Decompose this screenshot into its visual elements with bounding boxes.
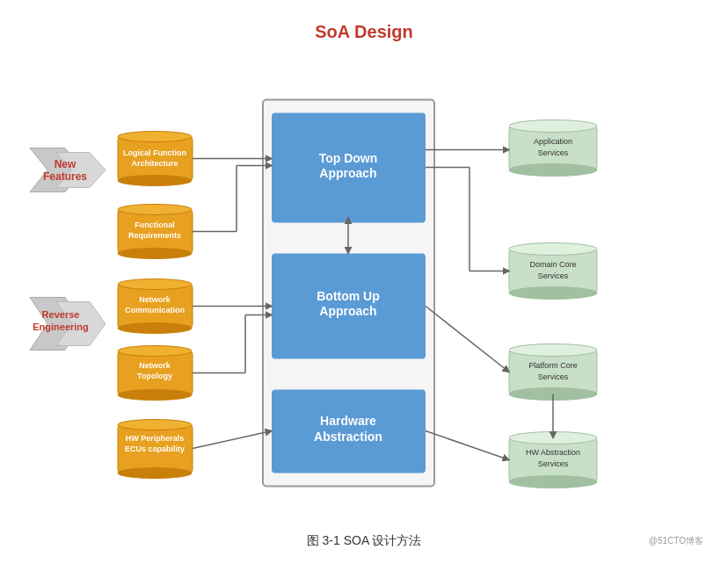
svg-text:Platform Core: Platform Core — [528, 361, 578, 370]
svg-point-45 — [509, 164, 597, 177]
svg-text:Approach: Approach — [319, 304, 376, 318]
svg-point-15 — [118, 279, 192, 290]
svg-text:Hardware: Hardware — [320, 414, 376, 428]
svg-text:Logical Function: Logical Function — [123, 148, 186, 157]
svg-line-71 — [193, 431, 272, 449]
svg-text:Approach: Approach — [319, 166, 376, 180]
svg-text:New: New — [55, 158, 76, 170]
svg-point-60 — [509, 476, 597, 488]
svg-line-77 — [426, 307, 509, 372]
svg-text:Engineering: Engineering — [33, 322, 89, 332]
svg-text:HW Abstraction: HW Abstraction — [526, 448, 580, 457]
connectors-svg: Logical Function Architecture Functional… — [21, 51, 707, 526]
svg-text:Domain Core: Domain Core — [529, 260, 576, 269]
svg-text:Requirements: Requirements — [128, 231, 181, 240]
svg-point-44 — [509, 120, 597, 133]
svg-rect-4 — [118, 137, 193, 181]
svg-rect-40 — [272, 390, 426, 473]
svg-point-10 — [118, 205, 192, 215]
svg-text:Services: Services — [538, 271, 569, 280]
svg-text:ECUs capability: ECUs capability — [125, 445, 185, 453]
svg-point-50 — [509, 287, 597, 300]
main-area: Logical Function Architecture Functional… — [21, 51, 707, 526]
svg-text:Architecture: Architecture — [131, 159, 178, 168]
svg-text:Topology: Topology — [137, 372, 172, 380]
svg-text:Services: Services — [538, 372, 569, 381]
svg-point-49 — [509, 243, 597, 256]
svg-rect-58 — [509, 438, 597, 482]
svg-rect-53 — [509, 351, 597, 394]
svg-point-11 — [118, 249, 192, 259]
svg-line-78 — [426, 431, 509, 460]
svg-text:Top Down: Top Down — [319, 151, 378, 165]
svg-rect-14 — [118, 285, 193, 329]
svg-rect-48 — [509, 249, 597, 293]
svg-rect-43 — [509, 126, 597, 170]
svg-text:Abstraction: Abstraction — [314, 430, 382, 444]
svg-text:Functional: Functional — [135, 220, 175, 229]
svg-rect-24 — [118, 425, 193, 473]
svg-text:Communication: Communication — [125, 306, 185, 314]
svg-point-26 — [118, 468, 192, 479]
svg-point-21 — [118, 390, 192, 401]
svg-text:Reverse: Reverse — [42, 309, 80, 320]
svg-marker-3 — [56, 302, 106, 346]
svg-point-6 — [118, 176, 192, 186]
svg-point-25 — [118, 420, 192, 430]
svg-point-59 — [509, 432, 597, 445]
diagram-container: SoA Design Logical Function Architecture… — [21, 22, 707, 549]
svg-point-16 — [118, 323, 192, 334]
svg-text:Bottom Up: Bottom Up — [317, 289, 380, 303]
svg-text:Services: Services — [538, 148, 569, 157]
svg-rect-37 — [272, 254, 426, 359]
caption: 图 3-1 SOA 设计方法 — [307, 533, 422, 549]
watermark: @51CTO博客 — [649, 535, 703, 547]
svg-marker-0 — [30, 148, 83, 192]
svg-text:Services: Services — [538, 459, 569, 468]
svg-text:Network: Network — [139, 361, 171, 370]
svg-point-54 — [509, 344, 597, 357]
svg-marker-2 — [30, 298, 83, 351]
svg-point-5 — [118, 132, 192, 142]
svg-rect-33 — [263, 100, 434, 487]
svg-point-20 — [118, 346, 192, 357]
svg-rect-19 — [118, 351, 193, 395]
svg-rect-34 — [272, 113, 426, 223]
svg-text:Features: Features — [43, 170, 87, 183]
svg-text:HW Peripherals: HW Peripherals — [126, 434, 185, 443]
svg-marker-1 — [56, 153, 106, 188]
svg-point-55 — [509, 388, 597, 401]
svg-text:Network: Network — [139, 295, 171, 304]
diagram-title: SoA Design — [315, 22, 413, 42]
svg-text:Application: Application — [534, 137, 572, 146]
svg-rect-9 — [118, 210, 193, 254]
